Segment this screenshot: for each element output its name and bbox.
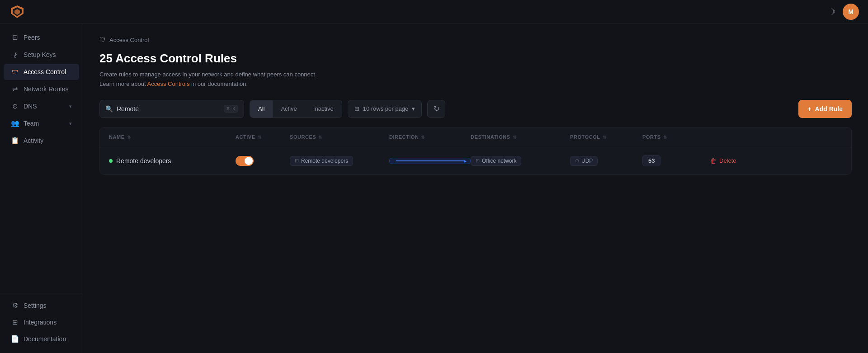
sort-name-icon: ⇅ bbox=[127, 135, 131, 140]
add-rule-plus-icon: + bbox=[807, 105, 811, 113]
row-direction-cell bbox=[389, 158, 471, 164]
th-ports[interactable]: PORTS ⇅ bbox=[642, 134, 706, 140]
access-control-icon: 🛡 bbox=[11, 68, 19, 76]
sidebar-item-setup-keys[interactable]: ⚷ Setup Keys bbox=[4, 47, 79, 63]
th-name[interactable]: NAME ⇅ bbox=[109, 134, 236, 140]
sidebar: ⊡ Peers ⚷ Setup Keys 🛡 Access Control ⇌ … bbox=[0, 24, 83, 353]
search-box[interactable]: 🔍 ⌘ K bbox=[99, 100, 244, 118]
page-desc-text2: Learn more about bbox=[99, 80, 147, 87]
sidebar-item-team[interactable]: 👥 Team ▾ bbox=[4, 115, 79, 132]
th-destinations[interactable]: DESTINATIONS ⇅ bbox=[471, 134, 570, 140]
integrations-icon: ⊞ bbox=[11, 318, 19, 326]
sidebar-item-access-control[interactable]: 🛡 Access Control bbox=[4, 64, 79, 80]
direction-arrow bbox=[389, 158, 471, 164]
source-chip-label: Remote developers bbox=[301, 158, 348, 164]
sidebar-label-dns: DNS bbox=[24, 103, 37, 110]
sort-protocol-icon: ⇅ bbox=[603, 135, 607, 140]
rows-chevron-icon: ▾ bbox=[412, 105, 415, 112]
row-destinations-cell: ⊡ Office network bbox=[471, 156, 570, 166]
ports-chip: 53 bbox=[642, 155, 660, 166]
sort-ports-icon: ⇅ bbox=[663, 135, 667, 140]
activity-icon: 📋 bbox=[11, 136, 19, 145]
page-desc-text3: in our documentation. bbox=[189, 80, 248, 87]
sort-active-icon: ⇅ bbox=[258, 135, 262, 140]
source-chip-icon: ⊡ bbox=[295, 158, 299, 164]
sidebar-item-documentation[interactable]: 📄 Documentation bbox=[4, 331, 79, 347]
refresh-button[interactable]: ↻ bbox=[427, 100, 445, 118]
th-sources[interactable]: SOURCES ⇅ bbox=[290, 134, 389, 140]
avatar[interactable]: M bbox=[843, 4, 859, 20]
row-active-cell bbox=[236, 156, 290, 166]
sidebar-label-documentation: Documentation bbox=[24, 335, 66, 343]
destination-chip-label: Office network bbox=[482, 158, 516, 164]
filter-group: All Active Inactive bbox=[250, 100, 342, 118]
sidebar-label-peers: Peers bbox=[24, 34, 40, 41]
row-protocol-cell: ⊙ UDP bbox=[570, 156, 642, 166]
theme-toggle-icon[interactable]: ☽ bbox=[828, 7, 835, 17]
table-row: Remote developers ⊡ Remote developers ⊡ bbox=[100, 147, 851, 174]
network-routes-icon: ⇌ bbox=[11, 85, 19, 93]
access-controls-link[interactable]: Access Controls bbox=[147, 80, 190, 87]
breadcrumb: 🛡 Access Control bbox=[99, 36, 852, 43]
sidebar-label-setup-keys: Setup Keys bbox=[24, 51, 56, 58]
protocol-chip: ⊙ UDP bbox=[570, 156, 598, 166]
dns-chevron-icon: ▾ bbox=[69, 104, 72, 109]
row-name-cell: Remote developers bbox=[109, 157, 236, 165]
sidebar-item-settings[interactable]: ⚙ Settings bbox=[4, 297, 79, 314]
destination-chip-icon: ⊡ bbox=[476, 158, 480, 164]
breadcrumb-label: Access Control bbox=[109, 37, 149, 43]
table-header: NAME ⇅ ACTIVE ⇅ SOURCES ⇅ DIRECTION ⇅ DE… bbox=[100, 127, 851, 147]
sort-sources-icon: ⇅ bbox=[318, 135, 322, 140]
delete-icon: 🗑 bbox=[710, 157, 717, 165]
filter-inactive-button[interactable]: Inactive bbox=[305, 100, 342, 118]
page-description: Create rules to manage access in your ne… bbox=[99, 70, 852, 89]
destination-chip[interactable]: ⊡ Office network bbox=[471, 156, 521, 166]
breadcrumb-shield-icon: 🛡 bbox=[99, 36, 106, 43]
toolbar: 🔍 ⌘ K All Active Inactive ⊟ 10 rows per … bbox=[99, 100, 852, 118]
add-rule-button[interactable]: + Add Rule bbox=[798, 100, 852, 118]
sidebar-label-access-control: Access Control bbox=[24, 68, 66, 75]
row-name: Remote developers bbox=[116, 157, 171, 165]
delete-label: Delete bbox=[719, 157, 736, 164]
active-toggle[interactable] bbox=[236, 156, 254, 166]
documentation-icon: 📄 bbox=[11, 335, 19, 343]
sidebar-bottom: ⚙ Settings ⊞ Integrations 📄 Documentatio… bbox=[0, 293, 83, 348]
add-rule-label: Add Rule bbox=[815, 105, 843, 113]
sort-direction-icon: ⇅ bbox=[421, 135, 425, 140]
topbar-right: ☽ M bbox=[828, 4, 859, 20]
setup-keys-icon: ⚷ bbox=[11, 51, 19, 59]
sidebar-item-network-routes[interactable]: ⇌ Network Routes bbox=[4, 81, 79, 97]
filter-all-button[interactable]: All bbox=[250, 100, 273, 118]
source-chip[interactable]: ⊡ Remote developers bbox=[290, 156, 353, 166]
rows-per-page-select[interactable]: ⊟ 10 rows per page ▾ bbox=[348, 100, 422, 118]
team-chevron-icon: ▾ bbox=[69, 121, 72, 127]
sidebar-item-activity[interactable]: 📋 Activity bbox=[4, 132, 79, 149]
status-dot-active bbox=[109, 159, 113, 163]
page-desc-text1: Create rules to manage access in your ne… bbox=[99, 71, 317, 78]
page-title: 25 Access Control Rules bbox=[99, 52, 852, 66]
search-input[interactable] bbox=[117, 105, 220, 113]
sidebar-item-dns[interactable]: ⊙ DNS ▾ bbox=[4, 98, 79, 114]
th-active[interactable]: ACTIVE ⇅ bbox=[236, 134, 290, 140]
sidebar-label-network-routes: Network Routes bbox=[24, 85, 69, 93]
delete-button[interactable]: 🗑 Delete bbox=[706, 155, 741, 167]
rows-icon: ⊟ bbox=[354, 105, 359, 112]
sidebar-item-integrations[interactable]: ⊞ Integrations bbox=[4, 314, 79, 330]
row-actions-cell: 🗑 Delete bbox=[706, 155, 842, 167]
row-ports-cell: 53 bbox=[642, 155, 706, 166]
team-icon: 👥 bbox=[11, 119, 19, 127]
main-content: 🛡 Access Control 25 Access Control Rules… bbox=[83, 24, 868, 353]
th-direction[interactable]: DIRECTION ⇅ bbox=[389, 134, 471, 140]
sidebar-label-integrations: Integrations bbox=[24, 319, 57, 326]
app-logo[interactable] bbox=[9, 4, 25, 20]
sidebar-label-activity: Activity bbox=[24, 137, 43, 144]
sort-destinations-icon: ⇅ bbox=[513, 135, 517, 140]
th-protocol[interactable]: PROTOCOL ⇅ bbox=[570, 134, 642, 140]
sidebar-label-team: Team bbox=[24, 120, 39, 127]
sidebar-label-settings: Settings bbox=[24, 302, 47, 309]
search-icon: 🔍 bbox=[105, 105, 113, 113]
sidebar-item-peers[interactable]: ⊡ Peers bbox=[4, 29, 79, 46]
rules-table: NAME ⇅ ACTIVE ⇅ SOURCES ⇅ DIRECTION ⇅ DE… bbox=[99, 127, 852, 175]
filter-active-button[interactable]: Active bbox=[273, 100, 305, 118]
row-sources-cell: ⊡ Remote developers bbox=[290, 156, 389, 166]
